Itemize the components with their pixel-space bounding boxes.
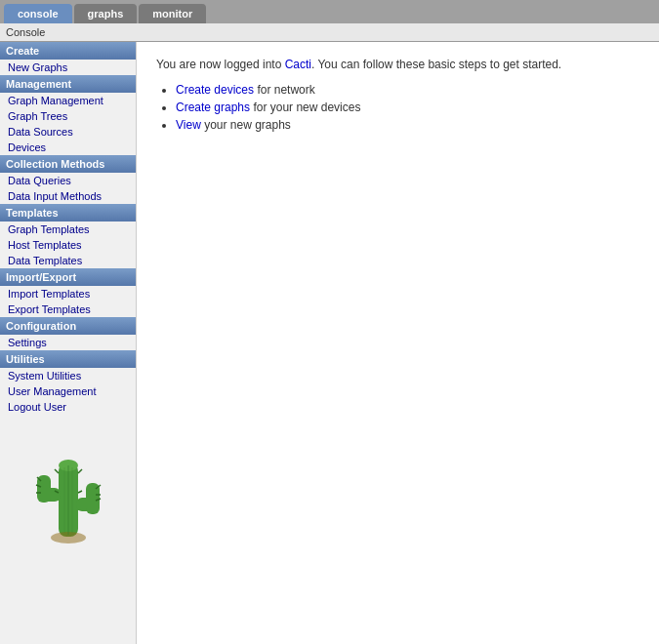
- sidebar-item-host-templates[interactable]: Host Templates: [0, 237, 136, 253]
- sidebar-item-graph-trees[interactable]: Graph Trees: [0, 108, 136, 124]
- sidebar-item-data-input-methods[interactable]: Data Input Methods: [0, 188, 136, 204]
- sidebar-section-collection-methods: Collection Methods: [0, 155, 136, 173]
- sidebar-item-devices[interactable]: Devices: [0, 140, 136, 155]
- list-item: View your new graphs: [176, 118, 639, 132]
- sidebar: Create New Graphs Management Graph Manag…: [0, 42, 137, 644]
- sidebar-item-data-templates[interactable]: Data Templates: [0, 253, 136, 268]
- tab-graphs[interactable]: graphs: [74, 4, 138, 23]
- cacti-link[interactable]: Cacti: [285, 58, 311, 71]
- steps-list: Create devices for network Create graphs…: [176, 83, 639, 132]
- svg-line-13: [78, 469, 82, 473]
- sidebar-section-templates: Templates: [0, 204, 136, 221]
- create-graphs-link[interactable]: Create graphs: [176, 101, 250, 114]
- view-graphs-link[interactable]: View: [176, 118, 201, 132]
- svg-line-15: [78, 491, 82, 493]
- sidebar-section-import-export: Import/Export: [0, 268, 136, 286]
- top-navigation: console graphs monitor: [0, 0, 659, 23]
- cactus-logo: [0, 424, 136, 571]
- welcome-suffix: . You can follow these basic steps to ge…: [311, 58, 561, 71]
- sidebar-item-graph-templates[interactable]: Graph Templates: [0, 221, 136, 237]
- sidebar-section-utilities: Utilities: [0, 350, 136, 368]
- welcome-intro: You are now logged into: [156, 58, 285, 71]
- sidebar-item-data-queries[interactable]: Data Queries: [0, 173, 136, 188]
- sidebar-item-new-graphs[interactable]: New Graphs: [0, 60, 136, 75]
- sidebar-item-system-utilities[interactable]: System Utilities: [0, 368, 136, 383]
- breadcrumb: Console: [0, 23, 659, 42]
- main-content: You are now logged into Cacti. You can f…: [137, 42, 659, 644]
- welcome-message: You are now logged into Cacti. You can f…: [156, 58, 639, 71]
- sidebar-section-management: Management: [0, 75, 136, 93]
- tab-console[interactable]: console: [4, 4, 72, 23]
- cactus-icon: [29, 444, 107, 551]
- list-item: Create devices for network: [176, 83, 639, 97]
- sidebar-item-graph-management[interactable]: Graph Management: [0, 93, 136, 108]
- sidebar-item-export-templates[interactable]: Export Templates: [0, 302, 136, 317]
- svg-line-12: [55, 469, 59, 473]
- sidebar-item-user-management[interactable]: User Management: [0, 383, 136, 399]
- sidebar-item-settings[interactable]: Settings: [0, 335, 136, 350]
- sidebar-section-create: Create: [0, 42, 136, 60]
- step-suffix: for network: [254, 83, 315, 97]
- create-devices-link[interactable]: Create devices: [176, 83, 254, 97]
- sidebar-section-configuration: Configuration: [0, 317, 136, 335]
- sidebar-item-data-sources[interactable]: Data Sources: [0, 124, 136, 140]
- sidebar-item-import-templates[interactable]: Import Templates: [0, 286, 136, 302]
- list-item: Create graphs for your new devices: [176, 101, 639, 114]
- step-suffix: your new graphs: [201, 118, 291, 132]
- sidebar-item-logout-user[interactable]: Logout User: [0, 399, 136, 415]
- step-suffix: for your new devices: [250, 101, 360, 114]
- main-layout: Create New Graphs Management Graph Manag…: [0, 42, 659, 644]
- tab-monitor[interactable]: monitor: [139, 4, 206, 23]
